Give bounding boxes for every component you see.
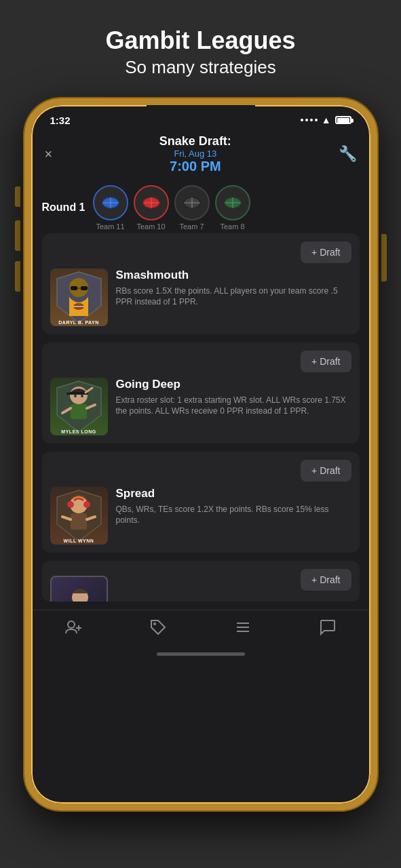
nav-add-user[interactable] xyxy=(64,618,82,636)
spread-title: Spread xyxy=(116,487,351,500)
going-deep-title: Going Deep xyxy=(116,378,351,391)
page-subtitle: So many strategies xyxy=(105,57,295,78)
svg-rect-20 xyxy=(66,393,73,395)
battery-icon xyxy=(335,116,351,124)
smashmouth-info: Smashmouth RBs score 1.5X the points. AL… xyxy=(116,269,351,309)
draft-label: Snake Draft: xyxy=(159,134,231,149)
strategy-going-deep: + Draft xyxy=(42,342,360,443)
spread-info: Spread QBs, WRs, TEs score 1.2X the poin… xyxy=(116,487,351,527)
phone-mockup: 1:32 ▲ × Snake Draft: Fri, Aug 13 xyxy=(24,98,377,810)
draft-fourth-button[interactable]: + Draft xyxy=(301,569,351,591)
notch xyxy=(147,105,255,125)
draft-smashmouth-button[interactable]: + Draft xyxy=(301,241,351,263)
close-button[interactable]: × xyxy=(45,146,53,162)
team-avatars: Team 11 Team 10 xyxy=(93,185,360,231)
volume-down-button xyxy=(15,261,20,292)
nav-tag[interactable] xyxy=(149,618,167,636)
round-row: Round 1 Team 11 xyxy=(31,180,370,233)
svg-rect-30 xyxy=(71,513,87,530)
dot2 xyxy=(305,119,308,121)
svg-point-28 xyxy=(67,501,74,508)
team-avatar-7: Team 7 xyxy=(174,185,210,231)
team-7-label: Team 7 xyxy=(179,222,204,231)
team-10-label: Team 10 xyxy=(136,222,165,231)
page-title: Gambit Leagues xyxy=(105,27,295,54)
app-header: × Snake Draft: Fri, Aug 13 7:00 PM 🔧 xyxy=(31,129,370,180)
spread-character: WILL WYNN xyxy=(50,487,108,545)
draft-title: Snake Draft: Fri, Aug 13 7:00 PM xyxy=(159,134,231,174)
draft-going-deep-button[interactable]: + Draft xyxy=(301,351,351,372)
svg-rect-14 xyxy=(81,286,88,290)
draft-spread-button[interactable]: + Draft xyxy=(301,460,351,481)
going-deep-info: Going Deep Extra roster slot: 1 extra st… xyxy=(116,378,351,418)
nav-chat[interactable] xyxy=(319,618,337,636)
going-deep-name-tag: MYLES LONG xyxy=(50,429,108,434)
smashmouth-desc: RBs score 1.5X the points. ALL players o… xyxy=(116,285,351,309)
team-11-label: Team 11 xyxy=(96,222,124,231)
page-header: Gambit Leagues So many strategies xyxy=(92,0,309,92)
svg-point-29 xyxy=(83,501,90,508)
volume-up-button xyxy=(15,220,20,251)
svg-rect-13 xyxy=(71,286,77,290)
team-8-avatar xyxy=(215,185,250,220)
dot1 xyxy=(301,119,303,121)
svg-point-34 xyxy=(68,621,75,628)
draft-date: Fri, Aug 13 xyxy=(159,149,231,159)
strategy-fourth: + Draft xyxy=(42,561,360,601)
phone-screen: 1:32 ▲ × Snake Draft: Fri, Aug 13 xyxy=(31,105,370,804)
smashmouth-name-tag: DARYL B. PAYN xyxy=(50,320,108,325)
team-avatar-8: Team 8 xyxy=(215,185,250,231)
wrench-icon[interactable]: 🔧 xyxy=(339,145,357,163)
strategy-smashmouth: + Draft xyxy=(42,233,360,334)
team-7-avatar xyxy=(174,185,210,220)
team-8-label: Team 8 xyxy=(220,222,244,231)
draft-time: 7:00 PM xyxy=(159,159,231,174)
svg-point-22 xyxy=(81,395,83,397)
smashmouth-character: DARYL B. PAYN xyxy=(50,269,108,326)
wifi-icon: ▲ xyxy=(322,115,331,125)
going-deep-desc: Extra roster slot: 1 extra starting WR s… xyxy=(116,395,351,418)
strategy-spread: + Draft xyxy=(42,452,360,553)
status-icons: ▲ xyxy=(301,115,351,125)
status-time: 1:32 xyxy=(50,115,71,126)
team-11-avatar xyxy=(93,185,128,220)
team-avatar-11: Team 11 xyxy=(93,185,128,231)
svg-rect-24 xyxy=(71,404,87,419)
battery-fill xyxy=(337,118,349,123)
svg-point-21 xyxy=(74,395,77,397)
going-deep-character: MYLES LONG xyxy=(50,378,108,435)
mute-button xyxy=(15,186,20,207)
fourth-character xyxy=(50,576,108,601)
team-avatar-10: Team 10 xyxy=(134,185,169,231)
power-button xyxy=(381,234,387,281)
dot4 xyxy=(315,119,318,121)
smashmouth-title: Smashmouth xyxy=(116,269,351,282)
home-indicator xyxy=(157,652,245,656)
signal-icon xyxy=(301,119,318,121)
round-label: Round 1 xyxy=(42,201,86,214)
dot3 xyxy=(310,119,313,121)
nav-list[interactable] xyxy=(234,618,252,636)
team-10-avatar xyxy=(134,185,169,220)
svg-point-37 xyxy=(153,623,156,625)
bottom-nav xyxy=(31,610,370,650)
spread-desc: QBs, WRs, TEs score 1.2X the points. RBs… xyxy=(116,504,351,527)
strategies-list: + Draft xyxy=(31,233,370,610)
spread-name-tag: WILL WYNN xyxy=(50,538,108,543)
